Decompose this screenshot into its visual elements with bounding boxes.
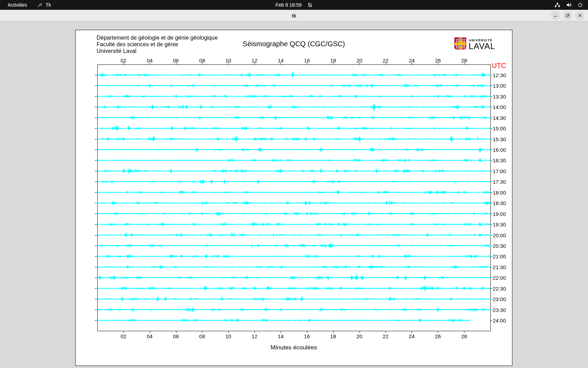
window-title: tk bbox=[0, 10, 588, 21]
utc-time-label: 16:00 bbox=[493, 147, 506, 153]
minimize-button[interactable] bbox=[551, 11, 560, 20]
seismograph-card: Département de géologie et de génie géol… bbox=[75, 30, 512, 366]
x-tick-label: 16 bbox=[299, 57, 315, 63]
utc-time-label: 12:30 bbox=[493, 72, 506, 78]
x-tick-label: 10 bbox=[220, 57, 236, 63]
utc-time-label: 22:00 bbox=[493, 275, 506, 281]
utc-time-label: 15:30 bbox=[493, 136, 506, 142]
x-tick-label: 02 bbox=[116, 57, 131, 63]
utc-time-label: 17:00 bbox=[493, 168, 506, 174]
x-tick-label: 26 bbox=[430, 333, 446, 339]
x-tick-label: 04 bbox=[142, 57, 158, 63]
x-tick-label: 26 bbox=[430, 57, 446, 63]
utc-time-label: 21:30 bbox=[493, 264, 506, 270]
x-tick-label: 10 bbox=[220, 333, 236, 339]
x-tick-label: 08 bbox=[194, 333, 210, 339]
volume-icon bbox=[566, 2, 572, 8]
laval-logo: UNIVERSITÉ LAVAL bbox=[454, 37, 507, 51]
wired-network-icon bbox=[554, 2, 560, 8]
x-tick-label: 04 bbox=[142, 333, 158, 339]
utc-time-label: 22:30 bbox=[493, 286, 506, 292]
notifications-disabled-icon bbox=[307, 2, 313, 8]
x-tick-label: 22 bbox=[378, 333, 393, 339]
x-tick-label: 24 bbox=[404, 57, 419, 63]
utc-time-label: 13:30 bbox=[493, 94, 506, 100]
utc-time-label: 18:00 bbox=[493, 190, 506, 196]
close-button[interactable] bbox=[575, 11, 584, 20]
maximize-icon bbox=[566, 13, 570, 18]
utc-time-label: 17:30 bbox=[493, 179, 506, 185]
x-tick-label: 02 bbox=[116, 333, 131, 339]
laval-shield-icon bbox=[454, 38, 466, 49]
utc-time-label: 13:00 bbox=[493, 83, 506, 89]
utc-time-label: 23:00 bbox=[493, 296, 506, 302]
x-tick-label: 06 bbox=[168, 57, 184, 63]
x-axis-title: Minutes écoulées bbox=[97, 344, 490, 351]
x-tick-label: 14 bbox=[273, 333, 288, 339]
utc-time-label: 14:00 bbox=[493, 104, 506, 110]
minimize-icon bbox=[553, 13, 558, 18]
close-icon bbox=[578, 13, 582, 18]
logo-laval-text: LAVAL bbox=[469, 41, 495, 51]
utc-time-label: 20:00 bbox=[493, 232, 506, 238]
utc-time-label: 19:30 bbox=[493, 222, 506, 227]
x-tick-label: 16 bbox=[299, 333, 315, 339]
header-line-3: Université Laval bbox=[97, 48, 218, 54]
x-tick-label: 22 bbox=[378, 57, 393, 63]
chart-title: Séismographe QCQ (CGC/GSC) bbox=[97, 40, 490, 48]
x-tick-label: 18 bbox=[326, 333, 341, 339]
x-tick-label: 18 bbox=[326, 57, 341, 63]
utc-time-label: 20:30 bbox=[493, 243, 506, 249]
maximize-button[interactable] bbox=[563, 11, 572, 20]
window-body: Département de géologie et de génie géol… bbox=[0, 22, 588, 368]
utc-time-label: 14:30 bbox=[493, 115, 506, 121]
x-tick-label: 28 bbox=[456, 57, 472, 63]
x-tick-label: 08 bbox=[194, 57, 210, 63]
clock-label: Feb 8 18:59 bbox=[275, 2, 302, 8]
x-tick-label: 14 bbox=[273, 57, 288, 63]
x-tick-label: 12 bbox=[247, 57, 262, 63]
clock-menu[interactable]: Feb 8 18:59 bbox=[0, 0, 588, 10]
power-icon bbox=[578, 2, 583, 8]
system-status-area[interactable] bbox=[554, 0, 588, 10]
utc-time-label: 18:30 bbox=[493, 200, 506, 206]
utc-time-label: 23:30 bbox=[493, 307, 506, 313]
x-tick-label: 20 bbox=[352, 57, 367, 63]
window-titlebar: tk bbox=[0, 10, 588, 21]
x-tick-label: 28 bbox=[456, 333, 472, 339]
x-tick-label: 06 bbox=[168, 333, 184, 339]
utc-time-label: 19:00 bbox=[493, 211, 506, 217]
utc-axis-label: UTC bbox=[492, 62, 506, 70]
utc-time-label: 21:00 bbox=[493, 253, 506, 259]
x-tick-label: 20 bbox=[352, 333, 367, 339]
x-tick-label: 24 bbox=[404, 333, 419, 339]
gnome-top-bar: Activities Tk Feb 8 18:59 bbox=[0, 0, 588, 10]
utc-time-label: 24:00 bbox=[493, 318, 506, 323]
x-tick-label: 12 bbox=[247, 333, 262, 339]
seismogram-traces-canvas bbox=[76, 30, 512, 366]
utc-time-label: 16:30 bbox=[493, 157, 506, 163]
utc-time-label: 15:00 bbox=[493, 125, 506, 131]
